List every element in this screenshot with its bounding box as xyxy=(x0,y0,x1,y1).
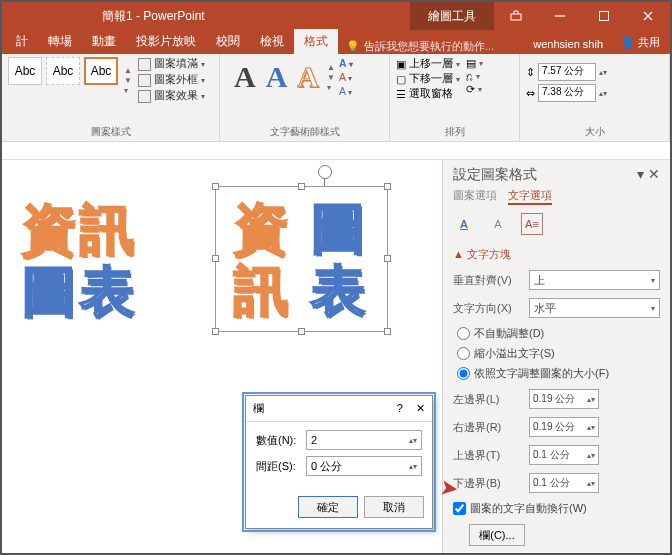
height-spinner[interactable]: ▴▾ xyxy=(599,68,607,77)
minimize-button[interactable] xyxy=(538,2,582,30)
shape-outline-button[interactable]: 圖案外框 ▾ xyxy=(138,73,205,87)
text-effects-button[interactable]: A ▾ xyxy=(339,85,353,97)
autofit-resize-radio[interactable]: 依照文字調整圖案的大小(F) xyxy=(457,366,660,381)
width-input[interactable]: 7.38 公分 xyxy=(538,84,596,102)
send-backward-button[interactable]: ▢下移一層 ▾ xyxy=(396,72,460,86)
margin-right-label: 右邊界(R) xyxy=(453,420,523,435)
bulb-icon: 💡 xyxy=(346,40,360,53)
autofit-shrink-radio[interactable]: 縮小溢出文字(S) xyxy=(457,346,660,361)
columns-count-input[interactable]: 2▴▾ xyxy=(306,430,422,450)
wa-down-icon[interactable]: ▼ xyxy=(327,73,335,82)
valign-combo[interactable]: 上▾ xyxy=(529,270,660,290)
columns-dialog: 欄 ? ✕ 數值(N): 2▴▾ 間距(S): 0 公分▴▾ 確定 取消 xyxy=(245,395,433,529)
group-wordart-styles: A A A ▲ ▼ ▾ A ▾ A ▾ A ▾ 文字藝術師樣式 xyxy=(220,54,390,141)
gallery-expand-icon[interactable]: ▾ xyxy=(124,86,132,95)
document-title: 簡報1 - PowerPoint xyxy=(2,8,350,25)
ribbon: Abc Abc Abc ▲ ▼ ▾ 圖案填滿 ▾ 圖案外框 ▾ 圖案效果 ▾ 圖… xyxy=(2,54,670,142)
user-account[interactable]: wenhsien shih xyxy=(527,34,609,54)
group-label-shape-styles: 圖案樣式 xyxy=(8,123,213,139)
width-icon: ⇔ xyxy=(526,87,535,100)
columns-spacing-input[interactable]: 0 公分▴▾ xyxy=(306,456,422,476)
margin-left-input[interactable]: 0.19 公分▴▾ xyxy=(529,389,599,409)
pane-tab-shape-options[interactable]: 圖案選項 xyxy=(453,189,497,201)
selection-pane-button[interactable]: ☰選取窗格 xyxy=(396,87,460,101)
group-label-wordart: 文字藝術師樣式 xyxy=(226,123,383,139)
wa-expand-icon[interactable]: ▾ xyxy=(327,83,335,92)
format-shape-pane: 設定圖案格式 ▾ ✕ 圖案選項 文字選項 A A A≡ ▲ 文字方塊 垂直對齊(… xyxy=(442,160,670,553)
resize-handle-ne[interactable] xyxy=(384,183,391,190)
gallery-up-icon[interactable]: ▲ xyxy=(124,66,132,75)
contextual-tab-label: 繪圖工具 xyxy=(410,2,494,30)
annotation-arrow-icon: ➤ xyxy=(438,474,459,502)
resize-handle-e[interactable] xyxy=(384,255,391,262)
textbox-right-selected[interactable]: 資 圖 訊 表 xyxy=(215,186,388,332)
margin-bottom-label: 下邊界(B) xyxy=(453,476,523,491)
wrap-text-checkbox[interactable] xyxy=(453,502,466,515)
dialog-ok-button[interactable]: 確定 xyxy=(298,496,358,518)
tab-transitions[interactable]: 轉場 xyxy=(38,29,82,54)
group-button[interactable]: ⎌▾ xyxy=(466,70,483,82)
shape-effects-button[interactable]: 圖案效果 ▾ xyxy=(138,89,205,103)
resize-handle-sw[interactable] xyxy=(212,328,219,335)
height-icon: ⇕ xyxy=(526,66,535,79)
text-fill-button[interactable]: A ▾ xyxy=(339,57,353,69)
close-button[interactable] xyxy=(626,2,670,30)
dialog-cancel-button[interactable]: 取消 xyxy=(364,496,424,518)
width-spinner[interactable]: ▴▾ xyxy=(599,89,607,98)
direction-combo[interactable]: 水平▾ xyxy=(529,298,660,318)
text-fill-tab-icon[interactable]: A xyxy=(453,213,475,235)
tab-slideshow[interactable]: 投影片放映 xyxy=(126,29,206,54)
ribbon-options-button[interactable] xyxy=(494,2,538,30)
maximize-button[interactable] xyxy=(582,2,626,30)
tab-animations[interactable]: 動畫 xyxy=(82,29,126,54)
autofit-none-radio[interactable]: 不自動調整(D) xyxy=(457,326,660,341)
tell-me-box[interactable]: 💡 告訴我您想要執行的動作... xyxy=(346,39,494,54)
textbox-tab-icon[interactable]: A≡ xyxy=(521,213,543,235)
margin-right-input[interactable]: 0.19 公分▴▾ xyxy=(529,417,599,437)
shape-style-2[interactable]: Abc xyxy=(46,57,80,85)
text-outline-button[interactable]: A ▾ xyxy=(339,71,353,83)
title-bar: 簡報1 - PowerPoint 繪圖工具 xyxy=(2,2,670,30)
group-label-arrange: 排列 xyxy=(396,123,513,139)
wordart-style-3[interactable]: A xyxy=(297,60,319,94)
height-input[interactable]: 7.57 公分 xyxy=(538,63,596,81)
margin-top-input[interactable]: 0.1 公分▴▾ xyxy=(529,445,599,465)
svg-rect-2 xyxy=(600,12,609,21)
tab-view[interactable]: 檢視 xyxy=(250,29,294,54)
resize-handle-n[interactable] xyxy=(298,183,305,190)
resize-handle-nw[interactable] xyxy=(212,183,219,190)
direction-label: 文字方向(X) xyxy=(453,301,523,316)
tab-design[interactable]: 計 xyxy=(6,29,38,54)
resize-handle-se[interactable] xyxy=(384,328,391,335)
resize-handle-w[interactable] xyxy=(212,255,219,262)
dialog-close-icon[interactable]: ✕ xyxy=(416,402,425,414)
align-button[interactable]: ▤▾ xyxy=(466,57,483,69)
text-effects-tab-icon[interactable]: A xyxy=(487,213,509,235)
dialog-help-icon[interactable]: ? xyxy=(397,402,403,414)
wordart-style-1[interactable]: A xyxy=(234,60,256,94)
bring-forward-button[interactable]: ▣上移一層 ▾ xyxy=(396,57,460,71)
resize-handle-s[interactable] xyxy=(298,328,305,335)
rotate-button[interactable]: ⟳▾ xyxy=(466,83,483,95)
share-button[interactable]: 👤 共用 xyxy=(611,31,670,54)
shape-style-1[interactable]: Abc xyxy=(8,57,42,85)
tab-review[interactable]: 校閱 xyxy=(206,29,250,54)
textbox-left[interactable]: 資訊 圖表 xyxy=(22,198,138,322)
rotate-handle[interactable] xyxy=(318,165,332,179)
share-icon: 👤 xyxy=(621,36,635,49)
margin-top-label: 上邊界(T) xyxy=(453,448,523,463)
shape-style-3[interactable]: Abc xyxy=(84,57,118,85)
wa-up-icon[interactable]: ▲ xyxy=(327,63,335,72)
wordart-style-2[interactable]: A xyxy=(266,60,288,94)
tell-me-placeholder: 告訴我您想要執行的動作... xyxy=(364,39,494,54)
group-shape-styles: Abc Abc Abc ▲ ▼ ▾ 圖案填滿 ▾ 圖案外框 ▾ 圖案效果 ▾ 圖… xyxy=(2,54,220,141)
margin-bottom-input[interactable]: 0.1 公分▴▾ xyxy=(529,473,599,493)
tab-format[interactable]: 格式 xyxy=(294,29,338,54)
dialog-title: 欄 xyxy=(253,401,264,416)
gallery-down-icon[interactable]: ▼ xyxy=(124,76,132,85)
pane-tab-text-options[interactable]: 文字選項 xyxy=(508,189,552,205)
columns-button[interactable]: 欄(C)... xyxy=(469,524,525,546)
shape-fill-button[interactable]: 圖案填滿 ▾ xyxy=(138,57,205,71)
pane-close-icon[interactable]: ▾ ✕ xyxy=(637,166,660,184)
section-textbox[interactable]: ▲ 文字方塊 xyxy=(453,247,660,262)
